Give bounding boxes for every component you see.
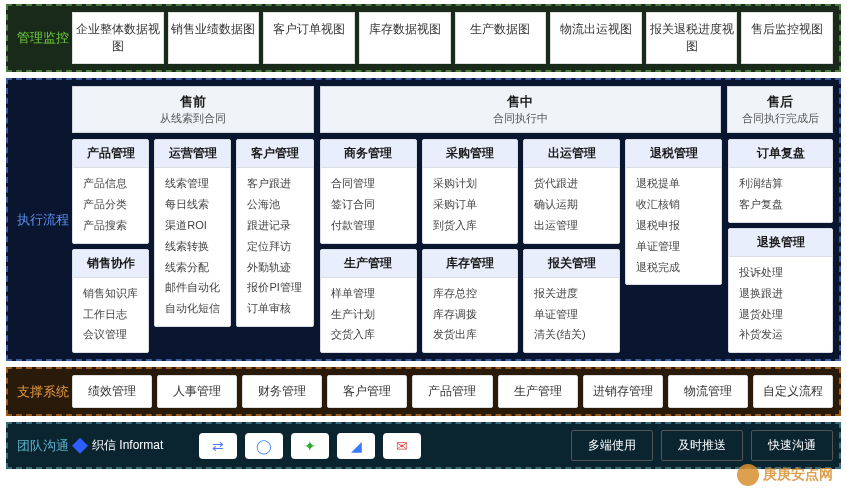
list-item[interactable]: 退税完成 [636, 257, 711, 278]
list-item[interactable]: 客户跟进 [247, 173, 302, 194]
view-customs[interactable]: 报关退税进度视图 [646, 12, 738, 64]
chat-icon[interactable]: ◯ [245, 433, 283, 459]
list-item[interactable]: 退货处理 [739, 304, 822, 325]
support-performance[interactable]: 绩效管理 [72, 375, 152, 408]
stage-postsale-sub: 合同执行完成后 [728, 111, 832, 126]
card-stock-mgmt: 库存管理 库存总控 库存调拨 发货出库 [422, 249, 519, 354]
support-logistics[interactable]: 物流管理 [668, 375, 748, 408]
list-item[interactable]: 公海池 [247, 194, 302, 215]
list-item[interactable]: 交货入库 [331, 324, 406, 345]
support-finance[interactable]: 财务管理 [242, 375, 322, 408]
list-item[interactable]: 退税申报 [636, 215, 711, 236]
view-orders[interactable]: 客户订单视图 [263, 12, 355, 64]
list-item[interactable]: 货代跟进 [534, 173, 609, 194]
list-item[interactable]: 每日线索 [165, 194, 220, 215]
list-item[interactable]: 补货发运 [739, 324, 822, 345]
list-item[interactable]: 发货出库 [433, 324, 508, 345]
btn-multi-terminal[interactable]: 多端使用 [571, 430, 653, 461]
stage-postsale: 售后 合同执行完成后 [727, 86, 833, 133]
card-production-mgmt: 生产管理 样单管理 生产计划 交货入库 [320, 249, 417, 354]
support-production[interactable]: 生产管理 [498, 375, 578, 408]
stage-presale-title: 售前 [73, 93, 313, 111]
list-item[interactable]: 库存调拨 [433, 304, 508, 325]
swap-icon[interactable]: ⇄ [199, 433, 237, 459]
list-item[interactable]: 会议管理 [83, 324, 138, 345]
list-item[interactable]: 收汇核销 [636, 194, 711, 215]
support-hr[interactable]: 人事管理 [157, 375, 237, 408]
dingtalk-icon[interactable]: ◢ [337, 433, 375, 459]
list-item[interactable]: 采购订单 [433, 194, 508, 215]
list-item[interactable]: 产品分类 [83, 194, 138, 215]
view-logistics[interactable]: 物流出运视图 [550, 12, 642, 64]
stage-insale-title: 售中 [321, 93, 720, 111]
stage-insale-sub: 合同执行中 [321, 111, 720, 126]
list-item[interactable]: 线索管理 [165, 173, 220, 194]
card-return-mgmt: 退换管理 投诉处理 退换跟进 退货处理 补货发运 [728, 228, 833, 354]
list-item[interactable]: 签订合同 [331, 194, 406, 215]
list-item[interactable]: 付款管理 [331, 215, 406, 236]
section4-label: 团队沟通 [14, 437, 72, 455]
list-item[interactable]: 邮件自动化 [165, 277, 220, 298]
view-sales[interactable]: 销售业绩数据图 [168, 12, 260, 64]
stage-presale-sub: 从线索到合同 [73, 111, 313, 126]
list-item[interactable]: 定位拜访 [247, 236, 302, 257]
view-production[interactable]: 生产数据图 [455, 12, 547, 64]
wechat-icon[interactable]: ✦ [291, 433, 329, 459]
card-sales-collab: 销售协作 销售知识库 工作日志 会议管理 [72, 249, 149, 354]
view-aftersale[interactable]: 售后监控视图 [741, 12, 833, 64]
list-item[interactable]: 报价PI管理 [247, 277, 302, 298]
list-item[interactable]: 工作日志 [83, 304, 138, 325]
list-item[interactable]: 退税提单 [636, 173, 711, 194]
list-item[interactable]: 到货入库 [433, 215, 508, 236]
list-item[interactable]: 库存总控 [433, 283, 508, 304]
stage-presale: 售前 从线索到合同 [72, 86, 314, 133]
view-inventory[interactable]: 库存数据视图 [359, 12, 451, 64]
card-header: 客户管理 [237, 140, 312, 168]
list-item[interactable]: 确认运期 [534, 194, 609, 215]
list-item[interactable]: 产品搜索 [83, 215, 138, 236]
list-item[interactable]: 合同管理 [331, 173, 406, 194]
list-item[interactable]: 单证管理 [636, 236, 711, 257]
brand-text: 织信 Informat [92, 437, 163, 454]
card-purchase-mgmt: 采购管理 采购计划 采购订单 到货入库 [422, 139, 519, 244]
list-item[interactable]: 退换跟进 [739, 283, 822, 304]
list-item[interactable]: 样单管理 [331, 283, 406, 304]
list-item[interactable]: 采购计划 [433, 173, 508, 194]
list-item[interactable]: 报关进度 [534, 283, 609, 304]
list-item[interactable]: 外勤轨迹 [247, 257, 302, 278]
list-item[interactable]: 出运管理 [534, 215, 609, 236]
list-item[interactable]: 产品信息 [83, 173, 138, 194]
list-item[interactable]: 投诉处理 [739, 262, 822, 283]
card-header: 报关管理 [524, 250, 619, 278]
list-item[interactable]: 自动化短信 [165, 298, 220, 319]
list-item[interactable]: 订单审核 [247, 298, 302, 319]
btn-quick-comm[interactable]: 快速沟通 [751, 430, 833, 461]
btn-push[interactable]: 及时推送 [661, 430, 743, 461]
list-item[interactable]: 线索转换 [165, 236, 220, 257]
section3-label: 支撑系统 [14, 375, 72, 408]
support-customer[interactable]: 客户管理 [327, 375, 407, 408]
list-item[interactable]: 线索分配 [165, 257, 220, 278]
card-header: 运营管理 [155, 140, 230, 168]
list-item[interactable]: 客户复盘 [739, 194, 822, 215]
mail-icon[interactable]: ✉ [383, 433, 421, 459]
list-item[interactable]: 渠道ROI [165, 215, 220, 236]
list-item[interactable]: 利润结算 [739, 173, 822, 194]
section1-content: 企业整体数据视图 销售业绩数据图 客户订单视图 库存数据视图 生产数据图 物流出… [72, 12, 833, 64]
card-tax-refund-mgmt: 退税管理 退税提单 收汇核销 退税申报 单证管理 退税完成 [625, 139, 722, 285]
card-customs-mgmt: 报关管理 报关进度 单证管理 清关(结关) [523, 249, 620, 354]
watermark-text: 庚庚安点网 [763, 466, 833, 484]
list-item[interactable]: 清关(结关) [534, 324, 609, 345]
brand-informat: 织信 Informat [72, 437, 163, 454]
card-header: 销售协作 [73, 250, 148, 278]
support-custom[interactable]: 自定义流程 [753, 375, 833, 408]
list-item[interactable]: 单证管理 [534, 304, 609, 325]
stage-postsale-title: 售后 [728, 93, 832, 111]
list-item[interactable]: 跟进记录 [247, 215, 302, 236]
list-item[interactable]: 生产计划 [331, 304, 406, 325]
list-item[interactable]: 销售知识库 [83, 283, 138, 304]
support-inventory[interactable]: 进销存管理 [583, 375, 663, 408]
support-product[interactable]: 产品管理 [412, 375, 492, 408]
card-header: 退税管理 [626, 140, 721, 168]
view-enterprise[interactable]: 企业整体数据视图 [72, 12, 164, 64]
